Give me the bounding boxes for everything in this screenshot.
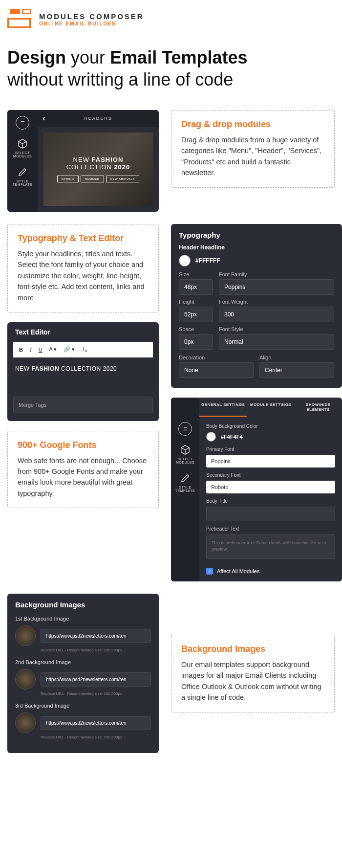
merge-tags-select[interactable]: Merge Tags xyxy=(13,397,153,413)
callout-body: Web safe fonts are not enough... Choose … xyxy=(18,455,149,499)
secondary-font-label: Secondary Font xyxy=(206,472,335,478)
body-bg-swatch[interactable] xyxy=(206,432,216,442)
primary-font-label: Primary Font xyxy=(206,446,335,452)
primary-font-select[interactable]: Poppins xyxy=(206,455,335,467)
callout-google-fonts: 900+ Google Fonts Web safe fonts are not… xyxy=(7,431,159,509)
bg-3-thumb[interactable] xyxy=(15,712,36,733)
body-bg-label: Body Background Color xyxy=(206,423,335,429)
callout-typography: Typography & Text Editor Style your head… xyxy=(7,224,159,312)
color-swatch[interactable] xyxy=(179,255,191,267)
preheader-label: Preheader Text xyxy=(206,526,335,532)
brand-title: MODULES COMPOSER xyxy=(39,12,144,21)
bg-3-url-input[interactable]: https://www.psd2newsletters.com/ten xyxy=(41,716,151,730)
logo-icon xyxy=(7,7,32,32)
bold-button[interactable]: B xyxy=(19,347,23,353)
hero: Design your Email Templates without writ… xyxy=(7,46,335,90)
brand-subtitle: ONLINE EMAIL BUILDER xyxy=(39,21,144,27)
bg-2-label: 2nd Background Image xyxy=(15,659,151,665)
link-button[interactable]: 🔗 ▾ xyxy=(64,346,75,353)
weight-label: Font Weight xyxy=(219,299,334,305)
bg-2-thumb[interactable] xyxy=(15,669,36,690)
size-input[interactable]: 48px xyxy=(179,279,213,295)
hero-word-3: Email Templates xyxy=(110,47,247,67)
style-select[interactable]: Normal xyxy=(219,334,334,350)
callout-title: Typography & Text Editor xyxy=(18,233,149,244)
deco-select[interactable]: None xyxy=(179,362,254,378)
hero-line-2: without writting a line of code xyxy=(7,69,233,89)
brand-header: MODULES COMPOSER ONLINE EMAIL BUILDER xyxy=(7,7,335,32)
body-title-input[interactable] xyxy=(206,507,335,521)
preview-btn-3[interactable]: NEW ARRIVALS xyxy=(106,176,140,182)
menu-icon[interactable]: ≡ xyxy=(16,116,29,130)
bg-2-hint: Replace URL - Recommended size: 180,200p… xyxy=(41,691,151,696)
typography-panel: Typography Header Headline #FFFFFF Size4… xyxy=(171,224,342,388)
tab-show-hide[interactable]: SHOW/HIDE ELEMENTS xyxy=(295,398,342,417)
deco-label: Decoration xyxy=(179,355,254,360)
callout-drag-drop: Drag & drop modules Drag & drop modules … xyxy=(171,110,335,188)
panel-title: Typography xyxy=(179,231,334,239)
family-label: Font Family xyxy=(219,271,334,277)
weight-select[interactable]: 300 xyxy=(219,307,334,322)
style-label: Font Style xyxy=(219,326,334,332)
color-hex: #FFFFFF xyxy=(195,257,220,264)
height-label: Height xyxy=(179,299,213,305)
text-editor-panel: Text Editor B I U A ▾ 🔗 ▾ Tx NEW FASHION… xyxy=(7,322,159,421)
bg-1-url-input[interactable]: https://www.psd2newsletters.com/ten xyxy=(41,629,151,643)
check-icon: ✓ xyxy=(206,568,213,575)
space-label: Space xyxy=(179,326,213,332)
preview-sidebar: ≡ SELECT MODULES STYLE TEMPLATE xyxy=(7,110,38,212)
callout-title: Background Images xyxy=(181,644,324,654)
pencil-icon xyxy=(180,473,191,484)
panel-title: Background Images xyxy=(15,601,151,609)
body-bg-hex: #F4F4F4 xyxy=(221,434,243,440)
secondary-font-select[interactable]: Roboto xyxy=(206,481,335,493)
sidebar-item-style-template[interactable]: STYLE TEMPLATE xyxy=(13,167,32,186)
hero-word-1: Design xyxy=(7,47,66,67)
underline-button[interactable]: U xyxy=(39,347,43,353)
clear-format-button[interactable]: Tx xyxy=(82,346,87,353)
align-select[interactable]: Center xyxy=(259,362,334,378)
space-input[interactable]: 0px xyxy=(179,334,213,350)
sidebar-item-select-modules[interactable]: SELECT MODULES xyxy=(176,445,194,464)
text-editor-title: Text Editor xyxy=(7,322,159,342)
text-editor-toolbar: B I U A ▾ 🔗 ▾ Tx xyxy=(13,342,153,357)
preheader-textarea[interactable]: This is preheader text. Some clients wil… xyxy=(206,534,335,559)
align-label: Align xyxy=(259,355,334,360)
menu-icon[interactable]: ≡ xyxy=(178,422,192,436)
bg-1-hint: Replace URL - Recommended size: 180,200p… xyxy=(41,648,151,652)
callout-background-images: Background Images Our email templates su… xyxy=(171,635,335,712)
italic-button[interactable]: I xyxy=(30,347,32,353)
height-input[interactable]: 52px xyxy=(179,307,213,322)
bg-3-label: 3rd Background Image xyxy=(15,703,151,709)
font-color-button[interactable]: A ▾ xyxy=(49,346,57,353)
family-select[interactable]: Poppins xyxy=(219,279,334,295)
cube-icon xyxy=(180,445,191,455)
body-title-label: Body Title xyxy=(206,498,335,504)
header-module-preview[interactable]: NEW FASHION COLLECTION 2020 SPRING SUMME… xyxy=(43,133,153,206)
background-images-panel: Background Images 1st Background Image h… xyxy=(7,594,159,753)
hero-word-2: your xyxy=(71,47,105,67)
panel-subtitle: Header Headline xyxy=(179,244,334,251)
cube-icon xyxy=(17,138,28,149)
settings-panel: ≡ SELECT MODULES STYLE TEMPLATE GENERAL … xyxy=(171,398,342,581)
affect-all-checkbox[interactable]: ✓ Affect All Modules xyxy=(206,568,335,575)
callout-title: 900+ Google Fonts xyxy=(18,440,149,450)
size-label: Size xyxy=(179,271,213,277)
preview-panel: ≡ SELECT MODULES STYLE TEMPLATE ‹ HEADER… xyxy=(7,110,159,212)
tab-general-settings[interactable]: GENERAL SETTINGS xyxy=(199,398,247,417)
preview-title: HEADERS xyxy=(84,116,112,121)
pencil-icon xyxy=(17,167,28,178)
chevron-left-icon[interactable]: ‹ xyxy=(43,114,45,123)
sidebar-item-style-template[interactable]: STYLE TEMPLATE xyxy=(175,473,195,492)
callout-body: Style your headlines, titles and texts. … xyxy=(18,248,149,303)
bg-1-thumb[interactable] xyxy=(15,625,36,646)
preview-btn-2[interactable]: SUMMER xyxy=(81,176,104,182)
preview-btn-1[interactable]: SPRING xyxy=(57,176,79,182)
sidebar-item-select-modules[interactable]: SELECT MODULES xyxy=(13,138,32,158)
text-editor-content[interactable]: NEW FASHION COLLECTION 2020 xyxy=(7,357,159,397)
callout-title: Drag & drop modules xyxy=(181,119,324,130)
tab-module-settings[interactable]: MODULE SETTINGS xyxy=(247,398,294,417)
bg-2-url-input[interactable]: https://www.psd2newsletters.com/ten xyxy=(41,672,151,687)
bg-1-label: 1st Background Image xyxy=(15,616,151,622)
callout-body: Our email templates support background i… xyxy=(181,659,324,703)
